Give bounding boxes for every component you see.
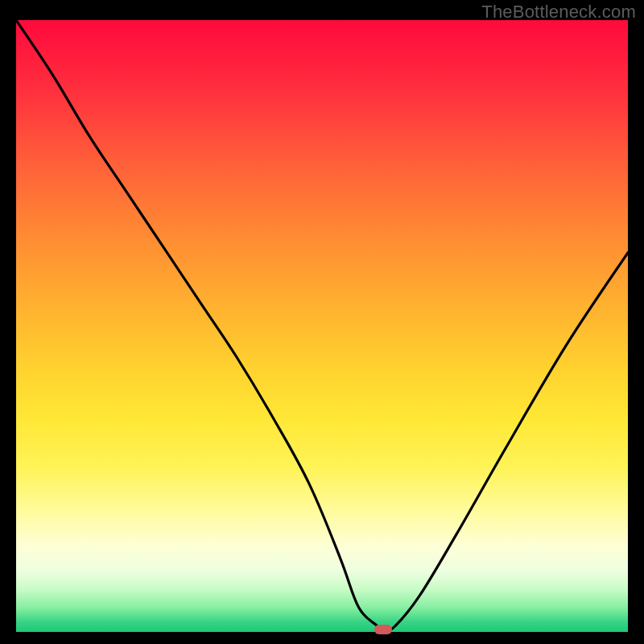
chart-frame: TheBottleneck.com	[0, 0, 644, 644]
optimal-marker	[374, 625, 392, 634]
watermark-text: TheBottleneck.com	[481, 2, 636, 23]
plot-area	[16, 20, 628, 632]
bottleneck-curve	[16, 20, 628, 632]
